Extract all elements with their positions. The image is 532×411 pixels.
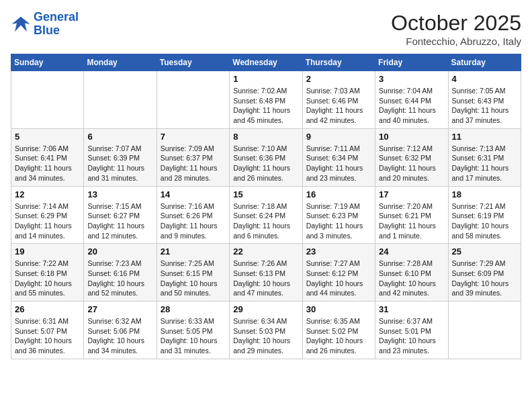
day-number: 4 [452, 74, 517, 84]
week-row-1: 5Sunrise: 7:06 AMSunset: 6:41 PMDaylight… [11, 128, 521, 186]
weekday-header-tuesday: Tuesday [157, 54, 229, 71]
calendar-cell: 12Sunrise: 7:14 AMSunset: 6:29 PMDayligh… [11, 186, 84, 244]
calendar-cell: 25Sunrise: 7:29 AMSunset: 6:09 PMDayligh… [448, 244, 521, 302]
logo: General Blue [11, 11, 79, 38]
calendar-cell [84, 71, 157, 129]
day-detail: Sunrise: 7:16 AMSunset: 6:26 PMDaylight:… [161, 201, 226, 241]
day-detail: Sunrise: 7:27 AMSunset: 6:12 PMDaylight:… [306, 259, 371, 298]
day-number: 27 [87, 304, 152, 314]
calendar-cell: 8Sunrise: 7:10 AMSunset: 6:36 PMDaylight… [230, 128, 302, 186]
calendar-cell: 3Sunrise: 7:04 AMSunset: 6:44 PMDaylight… [375, 71, 448, 129]
week-row-4: 26Sunrise: 6:31 AMSunset: 5:07 PMDayligh… [11, 302, 521, 359]
day-number: 5 [15, 132, 80, 142]
day-detail: Sunrise: 7:12 AMSunset: 6:32 PMDaylight:… [379, 144, 444, 183]
month-title: October 2025 [391, 11, 521, 36]
weekday-header-thursday: Thursday [302, 54, 375, 71]
day-detail: Sunrise: 7:18 AMSunset: 6:24 PMDaylight:… [233, 201, 298, 241]
day-detail: Sunrise: 6:34 AMSunset: 5:03 PMDaylight:… [233, 316, 298, 356]
day-detail: Sunrise: 7:23 AMSunset: 6:16 PMDaylight:… [87, 259, 152, 298]
day-number: 3 [379, 74, 444, 84]
calendar-cell: 26Sunrise: 6:31 AMSunset: 5:07 PMDayligh… [11, 302, 84, 359]
day-number: 18 [452, 189, 517, 199]
calendar-cell: 18Sunrise: 7:21 AMSunset: 6:19 PMDayligh… [448, 186, 521, 244]
day-number: 9 [306, 132, 371, 142]
calendar-cell: 4Sunrise: 7:05 AMSunset: 6:43 PMDaylight… [448, 71, 521, 129]
logo-blue: Blue [34, 24, 60, 37]
week-row-3: 19Sunrise: 7:22 AMSunset: 6:18 PMDayligh… [11, 244, 521, 302]
logo-icon [11, 14, 31, 34]
calendar-cell: 19Sunrise: 7:22 AMSunset: 6:18 PMDayligh… [11, 244, 84, 302]
week-row-2: 12Sunrise: 7:14 AMSunset: 6:29 PMDayligh… [11, 186, 521, 244]
calendar-cell: 23Sunrise: 7:27 AMSunset: 6:12 PMDayligh… [302, 244, 375, 302]
day-detail: Sunrise: 7:29 AMSunset: 6:09 PMDaylight:… [452, 259, 517, 298]
day-number: 26 [15, 304, 80, 314]
calendar-cell: 17Sunrise: 7:20 AMSunset: 6:21 PMDayligh… [375, 186, 448, 244]
calendar-cell: 28Sunrise: 6:33 AMSunset: 5:05 PMDayligh… [157, 302, 229, 359]
day-detail: Sunrise: 7:03 AMSunset: 6:46 PMDaylight:… [306, 86, 371, 126]
day-number: 19 [15, 246, 80, 257]
calendar-cell: 27Sunrise: 6:32 AMSunset: 5:06 PMDayligh… [84, 302, 157, 359]
day-detail: Sunrise: 7:06 AMSunset: 6:41 PMDaylight:… [15, 144, 80, 183]
day-detail: Sunrise: 6:35 AMSunset: 5:02 PMDaylight:… [306, 316, 371, 356]
day-number: 21 [161, 246, 226, 257]
calendar-cell [157, 71, 229, 129]
day-number: 31 [379, 304, 444, 314]
calendar-cell: 21Sunrise: 7:25 AMSunset: 6:15 PMDayligh… [157, 244, 229, 302]
calendar-cell: 30Sunrise: 6:35 AMSunset: 5:02 PMDayligh… [302, 302, 375, 359]
title-block: October 2025 Fontecchio, Abruzzo, Italy [391, 11, 521, 47]
day-number: 11 [452, 132, 517, 142]
calendar-cell: 13Sunrise: 7:15 AMSunset: 6:27 PMDayligh… [84, 186, 157, 244]
day-number: 29 [233, 304, 298, 314]
week-row-0: 1Sunrise: 7:02 AMSunset: 6:48 PMDaylight… [11, 71, 521, 129]
day-detail: Sunrise: 6:31 AMSunset: 5:07 PMDaylight:… [15, 316, 80, 356]
day-number: 2 [306, 74, 371, 84]
calendar-cell: 16Sunrise: 7:19 AMSunset: 6:23 PMDayligh… [302, 186, 375, 244]
calendar-cell: 14Sunrise: 7:16 AMSunset: 6:26 PMDayligh… [157, 186, 229, 244]
day-number: 17 [379, 189, 444, 199]
weekday-header-sunday: Sunday [11, 54, 84, 71]
calendar-cell: 6Sunrise: 7:07 AMSunset: 6:39 PMDaylight… [84, 128, 157, 186]
day-detail: Sunrise: 7:22 AMSunset: 6:18 PMDaylight:… [15, 259, 80, 298]
calendar-cell: 5Sunrise: 7:06 AMSunset: 6:41 PMDaylight… [11, 128, 84, 186]
weekday-header-monday: Monday [84, 54, 157, 71]
day-number: 14 [161, 189, 226, 199]
day-detail: Sunrise: 7:10 AMSunset: 6:36 PMDaylight:… [233, 144, 298, 183]
weekday-header-wednesday: Wednesday [230, 54, 302, 71]
calendar-cell: 10Sunrise: 7:12 AMSunset: 6:32 PMDayligh… [375, 128, 448, 186]
day-number: 30 [306, 304, 371, 314]
svg-marker-0 [12, 17, 30, 32]
day-detail: Sunrise: 7:26 AMSunset: 6:13 PMDaylight:… [233, 259, 298, 298]
day-number: 8 [233, 132, 298, 142]
day-number: 23 [306, 246, 371, 257]
day-detail: Sunrise: 6:33 AMSunset: 5:05 PMDaylight:… [161, 316, 226, 356]
calendar-cell: 29Sunrise: 6:34 AMSunset: 5:03 PMDayligh… [230, 302, 302, 359]
calendar-cell: 11Sunrise: 7:13 AMSunset: 6:31 PMDayligh… [448, 128, 521, 186]
day-detail: Sunrise: 7:21 AMSunset: 6:19 PMDaylight:… [452, 201, 517, 241]
calendar-cell [448, 302, 521, 359]
day-detail: Sunrise: 7:04 AMSunset: 6:44 PMDaylight:… [379, 86, 444, 126]
calendar-cell: 7Sunrise: 7:09 AMSunset: 6:37 PMDaylight… [157, 128, 229, 186]
calendar-cell: 15Sunrise: 7:18 AMSunset: 6:24 PMDayligh… [230, 186, 302, 244]
day-number: 15 [233, 189, 298, 199]
weekday-header-saturday: Saturday [448, 54, 521, 71]
day-number: 16 [306, 189, 371, 199]
day-number: 7 [161, 132, 226, 142]
day-number: 12 [15, 189, 80, 199]
day-detail: Sunrise: 7:11 AMSunset: 6:34 PMDaylight:… [306, 144, 371, 183]
day-detail: Sunrise: 7:02 AMSunset: 6:48 PMDaylight:… [233, 86, 298, 126]
day-number: 6 [87, 132, 152, 142]
day-number: 1 [233, 74, 298, 84]
calendar-cell: 31Sunrise: 6:37 AMSunset: 5:01 PMDayligh… [375, 302, 448, 359]
day-detail: Sunrise: 7:25 AMSunset: 6:15 PMDaylight:… [161, 259, 226, 298]
calendar-cell: 24Sunrise: 7:28 AMSunset: 6:10 PMDayligh… [375, 244, 448, 302]
day-number: 28 [161, 304, 226, 314]
calendar-table: SundayMondayTuesdayWednesdayThursdayFrid… [11, 54, 521, 359]
day-detail: Sunrise: 7:05 AMSunset: 6:43 PMDaylight:… [452, 86, 517, 126]
logo-general: General [34, 10, 79, 24]
calendar-cell: 20Sunrise: 7:23 AMSunset: 6:16 PMDayligh… [84, 244, 157, 302]
weekday-header-friday: Friday [375, 54, 448, 71]
day-number: 25 [452, 246, 517, 257]
calendar-cell: 9Sunrise: 7:11 AMSunset: 6:34 PMDaylight… [302, 128, 375, 186]
day-detail: Sunrise: 7:19 AMSunset: 6:23 PMDaylight:… [306, 201, 371, 241]
day-number: 10 [379, 132, 444, 142]
